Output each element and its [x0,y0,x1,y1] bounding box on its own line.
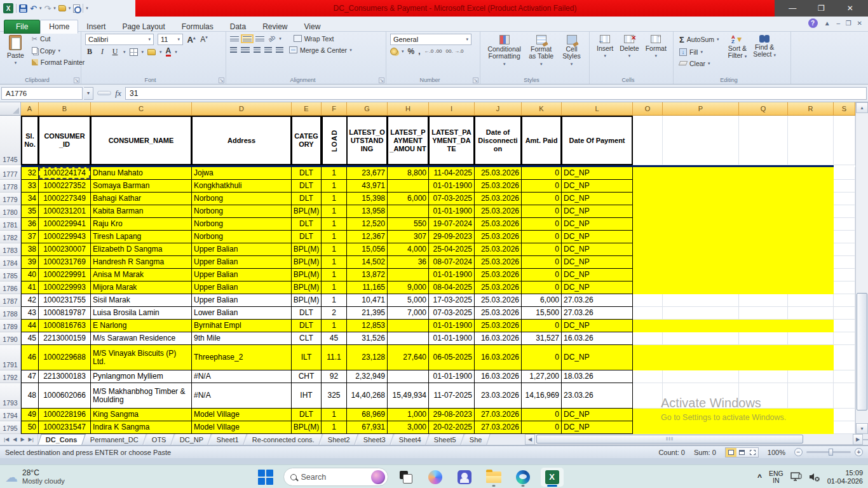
cell-empty[interactable] [663,167,739,180]
cell[interactable]: 11.1 [322,345,347,370]
cell-empty[interactable] [633,167,663,180]
cell[interactable]: 1,000 [388,409,429,421]
orientation-icon[interactable]: ab [267,34,276,43]
cell[interactable]: Pynlangmon Mylliem [91,370,192,383]
percent-icon[interactable]: % [408,47,415,56]
column-header-S[interactable]: S [834,102,855,116]
cell[interactable]: 14,16,969 [522,383,562,409]
cell[interactable]: 9,000 [388,281,429,294]
cell-empty[interactable] [633,320,663,332]
cell[interactable] [388,205,429,218]
cell-empty[interactable] [739,180,788,193]
cell-empty[interactable] [788,180,834,193]
header-cell[interactable]: Amt. Paid [522,116,562,165]
cell[interactable]: Upper Balian [192,281,292,294]
weather-widget[interactable]: ☁ 28°C Mostly cloudy [5,469,65,485]
cell[interactable]: Mijora Marak [91,281,192,294]
cell[interactable]: DC_NP [562,345,633,370]
page-layout-view-icon[interactable] [736,448,747,457]
cell[interactable]: CHT [292,370,322,383]
cell-empty[interactable] [788,370,834,383]
restore-button[interactable]: ❐ [811,1,832,15]
cell[interactable]: 1 [322,231,347,243]
cell-empty[interactable] [663,294,739,307]
cell-empty[interactable] [633,243,663,256]
zoom-slider[interactable]: − + [794,448,863,456]
cell[interactable]: Model Village [192,421,292,434]
cell[interactable]: M/s Sarawan Residence [91,332,192,345]
delete-cells-button[interactable]: ✕ Delete▾ [616,34,642,60]
cell[interactable]: 44 [21,320,39,332]
column-header-B[interactable]: B [39,102,91,116]
cell[interactable]: BPL(M) [292,281,322,294]
cell[interactable]: Bahagi Kathar [91,193,192,205]
clipboard-dialog-launcher-icon[interactable]: ↘ [74,78,79,83]
cell[interactable]: 01-01-1900 [429,180,475,193]
cell[interactable]: 0 [522,409,562,421]
cell-empty[interactable] [633,269,663,281]
currency-icon[interactable] [390,48,398,55]
cell-empty[interactable] [834,421,855,434]
workbook-window-controls[interactable]: – ❐ ✕ [837,20,864,27]
ribbon-tab-insert[interactable]: Insert [78,20,114,33]
cell[interactable]: 12,367 [347,231,388,243]
cell-empty[interactable] [739,332,788,345]
cell[interactable]: 17-03-2025 [429,294,475,307]
wrap-text-button[interactable]: Wrap Text [292,34,336,43]
cell[interactable]: 1000227349 [39,193,91,205]
row-header-1785[interactable]: 1785 [0,269,21,281]
row-header-1782[interactable]: 1782 [0,231,21,243]
cell[interactable]: 38 [21,243,39,256]
row-header-1745[interactable]: 1745 [0,116,21,165]
cell[interactable]: Upper Balian [192,269,292,281]
cell[interactable]: DLT [292,307,322,320]
row-header-1793[interactable]: 1793 [0,383,21,409]
cell[interactable]: 0 [522,167,562,180]
insert-cells-button[interactable]: ← Insert▾ [593,34,616,60]
clock[interactable]: 15:0901-04-2026 [827,469,863,485]
row-header-1781[interactable]: 1781 [0,218,21,231]
header-cell[interactable]: LATEST_PA YMENT_DA TE [429,116,475,165]
cell[interactable]: M/S Vinayak Biscuits (P) Ltd. [91,345,192,370]
decrease-decimal-icon[interactable]: 00. →.0 [446,49,464,54]
save-icon[interactable] [19,4,27,13]
sheet-tab-re-connected-cons-[interactable]: Re-connected cons. [245,434,322,445]
cell-empty[interactable] [788,256,834,269]
row-header-1783[interactable]: 1783 [0,243,21,256]
copilot-button[interactable] [424,468,447,487]
cell[interactable]: 1,27,200 [522,370,562,383]
row-header-1790[interactable]: 1790 [0,332,21,345]
cell[interactable]: 550 [388,218,429,231]
cell[interactable]: 1000231547 [39,421,91,434]
decrease-indent-icon[interactable] [264,47,272,53]
cell[interactable] [388,180,429,193]
cell-empty[interactable] [739,205,788,218]
row-header-1777[interactable]: 1777 [0,167,21,180]
cell[interactable]: 25.03.2026 [475,294,522,307]
cell-empty[interactable] [633,218,663,231]
cell-empty[interactable] [633,409,663,421]
row-header-1787[interactable]: 1787 [0,294,21,307]
formula-bar-handle[interactable] [97,91,111,95]
cell[interactable]: 15,056 [347,243,388,256]
cell[interactable]: 25.03.2026 [475,218,522,231]
minimize-ribbon-icon[interactable]: ▲ [824,20,831,27]
cell[interactable]: 1000229993 [39,281,91,294]
cell[interactable]: 27.03.26 [562,307,633,320]
cell[interactable]: 06-05-2025 [429,345,475,370]
autosum-button[interactable]: ΣAutoSum▾ [677,34,721,45]
horizontal-scroll-thumb[interactable]: ⦀⦀⦀ [536,435,803,444]
cell[interactable]: Sisil Marak [91,294,192,307]
cell-empty[interactable] [834,307,855,320]
sheet-tab-sheet2[interactable]: Sheet2 [320,434,358,445]
underline-button[interactable]: U [111,47,119,57]
cell[interactable]: 325 [322,383,347,409]
close-button[interactable]: ✕ [839,1,861,15]
sheet-tab-permanent-dc[interactable]: Permanent_DC [83,434,147,445]
cell[interactable]: 36 [388,256,429,269]
start-button[interactable] [254,468,277,487]
row-header-1795[interactable]: 1795 [0,421,21,434]
cell-empty[interactable] [788,320,834,332]
print-preview-icon[interactable] [73,4,80,13]
cell[interactable]: DC_NP [562,193,633,205]
